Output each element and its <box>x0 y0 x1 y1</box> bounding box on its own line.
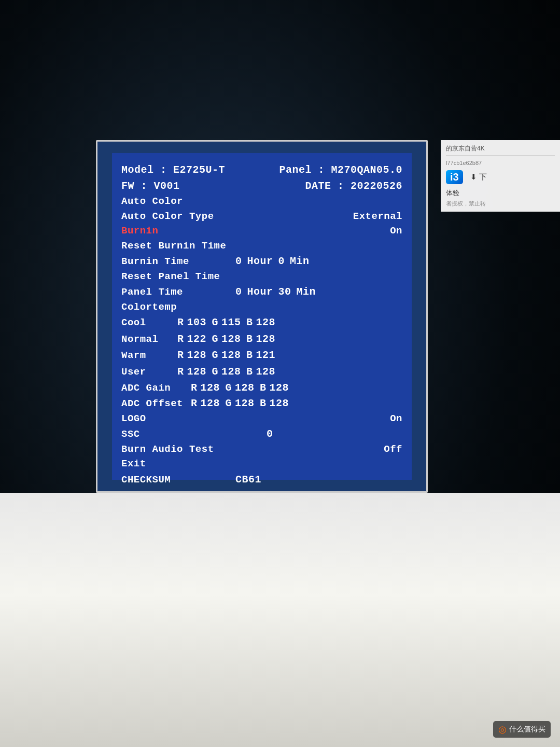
adc-gain-row: ADC Gain R 128 G 128 B 128 <box>121 380 402 396</box>
burn-audio-row: Burn Audio Test Off <box>121 442 402 457</box>
checksum-value: CB61 <box>235 472 261 487</box>
auto-color-row: Auto Color <box>121 195 402 209</box>
sidebar-action-row: i3 ⬇ 下 <box>446 170 555 184</box>
panel-label: Panel : M270QAN05.0 <box>279 162 402 177</box>
auto-color-type-label: Auto Color Type <box>121 210 225 224</box>
reset-burnin-row: Reset Burnin Time <box>121 239 402 254</box>
burnin-time-label: Burnin Time <box>121 255 225 269</box>
auto-color-label: Auto Color <box>121 195 225 209</box>
color-user-row: User R 128 G 128 B 128 <box>121 364 402 380</box>
ssc-row: SSC 0 <box>121 426 402 442</box>
cool-g: 115 <box>221 315 244 330</box>
panel-min-unit: Min <box>297 284 316 299</box>
auto-color-type-row: Auto Color Type External <box>121 210 402 224</box>
cool-r: 103 <box>187 315 210 330</box>
bottom-area <box>0 493 560 747</box>
sidebar-hash: l77cb1e62b87 <box>446 160 555 166</box>
panel-hour-unit: Hour <box>247 284 273 299</box>
warm-b: 121 <box>256 348 279 363</box>
reset-panel-label: Reset Panel Time <box>121 270 225 284</box>
warm-label: Warm <box>121 349 173 363</box>
watermark-icon: ◎ <box>498 724 507 735</box>
watermark: ◎ 什么值得买 <box>493 721 551 738</box>
checksum-row: CHECKSUM CB61 <box>121 472 402 488</box>
header-fw-date: FW : V001 DATE : 20220526 <box>121 178 402 193</box>
adc-offset-g: 128 <box>235 396 258 411</box>
burnin-hour-val: 0 <box>235 254 242 269</box>
date-label: DATE : 20220526 <box>305 178 402 193</box>
user-g: 128 <box>221 364 244 379</box>
colortemp-row: Colortemp <box>121 300 402 315</box>
burn-audio-value: Off <box>384 442 402 457</box>
header-model-panel: Model : E2725U-T Panel : M270QAN05.0 <box>121 162 402 177</box>
adc-offset-r: 128 <box>201 396 223 411</box>
color-normal-row: Normal R 122 G 128 B 128 <box>121 331 402 347</box>
panel-time-label: Panel Time <box>121 285 225 300</box>
exit-label[interactable]: Exit <box>121 457 225 472</box>
warm-g: 128 <box>221 348 244 363</box>
sidebar-body: 体验 <box>446 188 555 198</box>
reset-burnin-label: Reset Burnin Time <box>121 239 226 254</box>
color-cool-row: Cool R 103 G 115 B 128 <box>121 315 402 330</box>
normal-r: 122 <box>187 331 210 347</box>
user-b: 128 <box>256 364 279 379</box>
panel-min-val: 30 <box>278 284 291 299</box>
user-r: 128 <box>187 364 210 379</box>
logo-value: On <box>390 412 402 426</box>
color-table: Cool R 103 G 115 B 128 Normal R 122 G 12… <box>121 315 402 380</box>
watermark-text: 什么值得买 <box>509 725 545 734</box>
adc-offset-row: ADC Offset R 128 G 128 B 128 <box>121 396 402 411</box>
ssc-label: SSC <box>121 427 225 442</box>
model-label: Model : E2725U-T <box>121 162 225 177</box>
adc-gain-r: 128 <box>201 380 223 395</box>
auto-color-type-value: External <box>353 210 402 224</box>
adc-offset-label: ADC Offset <box>121 397 189 411</box>
monitor-screen: Model : E2725U-T Panel : M270QAN05.0 FW … <box>96 140 428 493</box>
burnin-row: Burnin On <box>121 224 402 239</box>
burnin-time-row: Burnin Time 0 Hour 0 Min <box>121 254 402 269</box>
sidebar-footer: 者授权，禁止转 <box>446 200 555 208</box>
adc-gain-g: 128 <box>235 380 258 395</box>
logo-label: LOGO <box>121 412 225 426</box>
panel-time-row: Panel Time 0 Hour 30 Min <box>121 284 402 300</box>
burnin-hour-unit: Hour <box>247 254 273 269</box>
sidebar-top-text: 的京东自营4K <box>446 144 555 156</box>
ssc-value: 0 <box>267 426 273 441</box>
exit-row[interactable]: Exit <box>121 457 402 472</box>
adc-gain-b: 128 <box>270 380 292 395</box>
colortemp-label: Colortemp <box>121 300 225 315</box>
i3-badge: i3 <box>446 170 463 184</box>
cool-label: Cool <box>121 316 173 330</box>
fw-label: FW : V001 <box>121 178 180 193</box>
user-label: User <box>121 365 173 380</box>
warm-r: 128 <box>187 348 210 363</box>
right-sidebar: 的京东自营4K l77cb1e62b87 i3 ⬇ 下 体验 者授权，禁止转 <box>441 140 560 212</box>
color-warm-row: Warm R 128 G 128 B 121 <box>121 348 402 363</box>
checksum-label: CHECKSUM <box>121 473 225 488</box>
download-icon[interactable]: ⬇ 下 <box>470 172 487 182</box>
adc-offset-b: 128 <box>270 396 292 411</box>
logo-row: LOGO On <box>121 412 402 426</box>
adc-gain-label: ADC Gain <box>121 381 189 396</box>
cool-b: 128 <box>256 315 279 330</box>
normal-b: 128 <box>256 331 279 347</box>
reset-panel-row: Reset Panel Time <box>121 270 402 284</box>
burnin-min-val: 0 <box>278 254 285 269</box>
panel-hour-val: 0 <box>235 284 242 299</box>
normal-label: Normal <box>121 333 173 347</box>
burnin-label: Burnin <box>121 224 225 239</box>
burnin-min-unit: Min <box>290 254 310 269</box>
burn-audio-label: Burn Audio Test <box>121 442 225 457</box>
normal-g: 128 <box>221 331 244 347</box>
burnin-value: On <box>390 224 402 239</box>
